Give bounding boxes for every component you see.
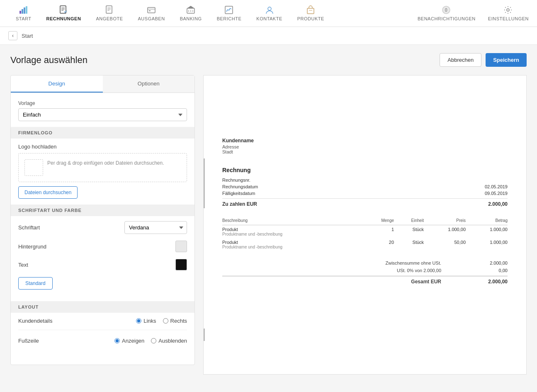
item-name: Produkt xyxy=(222,240,364,245)
save-button[interactable]: Speichern xyxy=(486,53,527,67)
kundendetails-rechts-radio[interactable] xyxy=(163,318,168,324)
col-beschreibung: Beschreibung xyxy=(222,216,364,225)
invoice-header-spacer xyxy=(222,88,508,138)
fusszeile-ausblenden-radio[interactable] xyxy=(151,338,156,343)
background-control xyxy=(175,241,187,252)
invoice-faelligkeitsdatum-row: Fälligkeitsdatum 09.05.2019 xyxy=(222,190,508,197)
cancel-button[interactable]: Abbrechen xyxy=(440,53,481,67)
nav-notifications[interactable]: 0 BENACHRICHTIGUNGEN xyxy=(418,5,476,21)
angebote-icon xyxy=(104,5,114,15)
nav-label-rechnungen: RECHNUNGEN xyxy=(46,16,81,21)
col-preis: Preis xyxy=(424,216,466,225)
invoice-customer-address: Adresse xyxy=(222,144,508,149)
font-label: Schriftart xyxy=(18,224,124,231)
text-color-row: Text xyxy=(18,259,187,270)
fusszeile-ausblenden[interactable]: Ausblenden xyxy=(151,338,187,344)
main-layout: Design Optionen Vorlage Einfach Modern K… xyxy=(10,75,527,375)
settings-icon xyxy=(503,5,513,15)
svg-point-25 xyxy=(268,7,271,10)
banking-icon xyxy=(186,5,196,15)
font-section-header: SCHRIFTART UND FARBE xyxy=(11,205,194,216)
notifications-icon: 0 xyxy=(442,5,452,15)
invoice-customer-name: Kundenname xyxy=(222,138,508,144)
nav-item-kontakte[interactable]: KONTAKTE xyxy=(249,2,289,24)
fusszeile-anzeigen-label: Anzeigen xyxy=(122,338,144,344)
breadcrumb-text: Start xyxy=(22,33,33,39)
breadcrumb: ‹ Start xyxy=(0,27,537,45)
zwischensumme-label: Zwischensumme ohne USt. xyxy=(386,261,442,265)
invoice-rechnungsdatum-row: Rechnungsdatum 02.05.2019 xyxy=(222,183,508,190)
col-betrag: Betrag xyxy=(466,216,508,225)
header-actions: Abbrechen Speichern xyxy=(440,53,527,67)
logo-upload-thumbnail xyxy=(24,159,43,176)
nav-item-angebote[interactable]: ANGEBOTE xyxy=(88,2,130,24)
nav-settings[interactable]: EINSTELLUNGEN xyxy=(488,5,529,21)
item-desc-cell: Produkt Produktname und -beschreibung xyxy=(222,238,364,251)
invoice-totals: Zwischensumme ohne USt. 2.000,00 USt. 0%… xyxy=(222,259,508,286)
invoice-preview: Kundenname Adresse Stadt Rechnung Rechnu… xyxy=(204,75,526,374)
svg-text:0: 0 xyxy=(445,8,447,12)
page-title: Vorlage auswählen xyxy=(10,55,87,66)
produkte-icon xyxy=(306,5,316,15)
svg-rect-1 xyxy=(22,9,23,14)
background-color-swatch[interactable] xyxy=(175,241,187,252)
vorlage-select[interactable]: Einfach Modern Klassisch xyxy=(18,108,187,121)
fusszeile-radio-group: Anzeigen Ausblenden xyxy=(114,338,187,344)
invoice-rechnungsnr-row: Rechnungsnr. xyxy=(222,177,508,183)
nav-items: START RECHNUNGEN xyxy=(8,2,418,24)
item-betrag: 1.000,00 xyxy=(466,238,508,251)
back-arrow-icon: ‹ xyxy=(12,33,14,39)
invoice-table-header: Beschreibung Menge Einheit Preis Betrag xyxy=(222,216,508,225)
kundendetails-rechts[interactable]: Rechts xyxy=(163,318,187,324)
nav-item-ausgaben[interactable]: AUSGABEN xyxy=(131,2,173,24)
item-description: Produktname und -beschreibung xyxy=(222,232,364,236)
kundendetails-rechts-label: Rechts xyxy=(170,318,187,324)
fusszeile-ausblenden-label: Ausblenden xyxy=(158,338,187,344)
rechnungsdatum-value: 02.05.2019 xyxy=(485,184,508,189)
page-container: Vorlage auswählen Abbrechen Speichern De… xyxy=(0,45,537,383)
faelligkeitsdatum-label: Fälligkeitsdatum xyxy=(222,191,255,196)
nav-item-banking[interactable]: BANKING xyxy=(173,2,209,24)
fusszeile-label: Fußzeile xyxy=(18,338,114,344)
tab-design[interactable]: Design xyxy=(11,75,103,93)
rechnungsnr-label: Rechnungsnr. xyxy=(222,178,250,183)
notifications-label: BENACHRICHTIGUNGEN xyxy=(418,16,476,21)
font-select[interactable]: Verdana Arial Times New Roman Helvetica xyxy=(124,221,187,234)
browse-files-button[interactable]: Dateien durchsuchen xyxy=(18,186,78,199)
item-menge: 1 xyxy=(364,225,394,239)
invoice-customer-city: Stadt xyxy=(222,149,508,154)
nav-item-start[interactable]: START xyxy=(8,2,39,24)
nav-item-berichte[interactable]: BERICHTE xyxy=(209,2,249,24)
nav-item-produkte[interactable]: PRODUKTE xyxy=(290,2,332,24)
standard-button[interactable]: Standard xyxy=(18,277,53,290)
col-einheit: Einheit xyxy=(394,216,424,225)
top-navigation: START RECHNUNGEN xyxy=(0,0,537,27)
item-einheit: Stück xyxy=(394,238,424,251)
background-label: Hintergrund xyxy=(18,243,175,250)
kundendetails-radio-group: Links Rechts xyxy=(136,318,187,324)
logo-upload-area[interactable]: Per drag & drop einfügen oder Dateien du… xyxy=(18,153,187,182)
invoice-zu-zahlen-row: Zu zahlen EUR 2.000,00 xyxy=(222,198,508,208)
item-name: Produkt xyxy=(222,227,364,232)
gesamt-value: 2.000,00 xyxy=(474,279,508,285)
tab-optionen[interactable]: Optionen xyxy=(103,75,195,93)
text-color-control xyxy=(175,259,187,270)
fusszeile-anzeigen[interactable]: Anzeigen xyxy=(114,338,144,344)
logo-upload-label: Logo hochladen xyxy=(18,144,187,150)
kundendetails-links[interactable]: Links xyxy=(136,318,156,324)
nav-label-produkte: PRODUKTE xyxy=(297,16,324,21)
ust-value: 0,00 xyxy=(474,268,508,273)
fusszeile-anzeigen-radio[interactable] xyxy=(114,338,120,343)
settings-label: EINSTELLUNGEN xyxy=(488,16,529,21)
invoice-title: Rechnung xyxy=(222,167,508,173)
kundendetails-links-radio[interactable] xyxy=(136,318,141,324)
svg-rect-26 xyxy=(307,8,314,14)
back-button[interactable]: ‹ xyxy=(8,31,17,40)
nav-item-rechnungen[interactable]: RECHNUNGEN xyxy=(39,2,89,24)
text-color-swatch[interactable] xyxy=(175,259,187,270)
kundendetails-row: Kundendetails Links Rechts xyxy=(18,318,187,330)
page-header: Vorlage auswählen Abbrechen Speichern xyxy=(10,53,527,67)
item-preis: 50,00 xyxy=(424,238,466,251)
ust-row: USt. 0% von 2.000,00 0,00 xyxy=(222,267,508,274)
rechnungsdatum-label: Rechnungsdatum xyxy=(222,184,258,189)
